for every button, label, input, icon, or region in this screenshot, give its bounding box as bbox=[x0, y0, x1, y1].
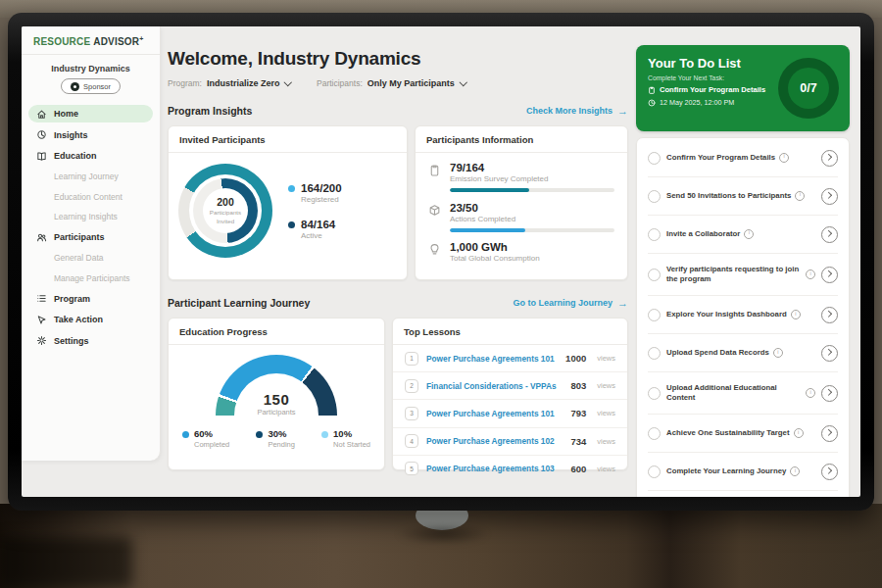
participants-filter-dropdown[interactable]: Participants: Only My Participants bbox=[317, 78, 466, 88]
legend-value: 84/164 bbox=[301, 219, 335, 230]
filter-bar: Program: Industrialize Zero Participants… bbox=[168, 78, 628, 88]
metric-value: 23/50 bbox=[450, 202, 614, 214]
task-label: Achieve One Sustainability Target bbox=[666, 428, 790, 439]
task-row: Complete Your Learning Journey bbox=[648, 453, 838, 491]
info-icon[interactable] bbox=[790, 466, 800, 476]
lesson-rank: 1 bbox=[405, 352, 418, 366]
task-row: Upload Additional Educational Content bbox=[648, 372, 838, 415]
logo-primary: RESOURCE bbox=[33, 36, 90, 47]
info-icon[interactable] bbox=[744, 229, 754, 239]
sidebar-item-label: Insights bbox=[54, 130, 88, 140]
gauge-legend: 60% Completed 30% Pending bbox=[169, 416, 384, 449]
metric-value: 1,000 GWh bbox=[450, 241, 540, 253]
learning-journey-heading: Participant Learning Journey bbox=[168, 297, 310, 309]
sidebar-item-learning-insights[interactable]: Learning Insights bbox=[28, 209, 153, 225]
legend-value: 10% bbox=[333, 428, 370, 439]
lesson-rank: 3 bbox=[405, 407, 418, 420]
info-icon[interactable] bbox=[791, 310, 801, 319]
main-content: Welcome, Industry Dynamics Program: Indu… bbox=[168, 26, 628, 495]
task-checkbox[interactable] bbox=[648, 190, 661, 203]
task-open-button[interactable] bbox=[821, 464, 838, 480]
list-icon bbox=[36, 293, 47, 304]
lesson-link[interactable]: Power Purchase Agreements 102 bbox=[426, 436, 563, 446]
info-icon[interactable] bbox=[806, 388, 815, 398]
app-logo: RESOURCEADVISOR+ bbox=[22, 26, 160, 55]
chevron-down-icon bbox=[460, 78, 467, 86]
sidebar: RESOURCEADVISOR+ Industry Dynamics Spons… bbox=[22, 26, 161, 461]
todo-hero-card: Your To Do List Complete Your Next Task:… bbox=[636, 45, 850, 131]
task-checkbox[interactable] bbox=[648, 309, 661, 321]
metric-label: Actions Completed bbox=[450, 215, 614, 223]
sidebar-item-insights[interactable]: Insights bbox=[28, 126, 153, 144]
sidebar-item-label: Participants bbox=[54, 232, 105, 242]
sponsor-badge[interactable]: Sponsor bbox=[61, 78, 121, 94]
todo-tasks-card: Confirm Your Program Details Send 50 Inv… bbox=[636, 137, 850, 497]
task-row: Explore Your Insights Dashboard bbox=[648, 296, 838, 334]
lesson-link[interactable]: Financial Considerations - VPPAs bbox=[426, 381, 563, 391]
info-icon[interactable] bbox=[779, 153, 789, 163]
gear-icon bbox=[36, 335, 47, 346]
todo-next-task[interactable]: Confirm Your Program Details bbox=[660, 85, 765, 94]
lesson-link[interactable]: Power Purchase Agreements 101 bbox=[426, 354, 558, 364]
cube-icon bbox=[428, 204, 441, 217]
gauge-center-value: 150 bbox=[216, 391, 337, 408]
info-icon[interactable] bbox=[795, 191, 805, 201]
sidebar-item-education-content[interactable]: Education Content bbox=[28, 188, 153, 205]
sponsor-icon bbox=[71, 82, 79, 91]
sponsor-label: Sponsor bbox=[83, 82, 111, 91]
task-open-button[interactable] bbox=[821, 150, 838, 167]
task-checkbox[interactable] bbox=[648, 228, 661, 241]
collapse-tasks-link[interactable]: Collapse Tasks bbox=[648, 491, 838, 497]
task-open-button[interactable] bbox=[821, 188, 838, 205]
scene: RESOURCEADVISOR+ Industry Dynamics Spons… bbox=[0, 0, 882, 588]
task-checkbox[interactable] bbox=[648, 269, 661, 281]
task-checkbox[interactable] bbox=[648, 387, 661, 400]
sidebar-item-manage-participants[interactable]: Manage Participants bbox=[28, 270, 153, 286]
sidebar-item-learning-journey[interactable]: Learning Journey bbox=[28, 169, 153, 185]
lesson-views-suffix: views bbox=[597, 381, 615, 390]
metric-value: 79/164 bbox=[450, 162, 614, 173]
task-open-button[interactable] bbox=[821, 385, 838, 402]
info-icon[interactable] bbox=[794, 428, 804, 438]
participants-filter-value: Only My Participants bbox=[368, 78, 455, 88]
card-title: Top Lessons bbox=[393, 318, 627, 345]
task-open-button[interactable] bbox=[821, 345, 838, 362]
home-icon bbox=[36, 109, 47, 120]
task-label: Confirm Your Program Details bbox=[666, 153, 775, 164]
sidebar-item-settings[interactable]: Settings bbox=[28, 332, 153, 350]
sidebar-item-education[interactable]: Education bbox=[28, 147, 153, 165]
task-checkbox[interactable] bbox=[648, 427, 661, 440]
task-checkbox[interactable] bbox=[648, 347, 661, 360]
lesson-row: 5 Power Purchase Agreements 103 600 view… bbox=[393, 456, 627, 482]
legend-dot bbox=[288, 185, 295, 192]
go-to-learning-journey-link[interactable]: Go to Learning Journey → bbox=[513, 298, 628, 309]
participants-filter-label: Participants: bbox=[317, 78, 363, 88]
sidebar-item-participants[interactable]: Participants bbox=[28, 228, 153, 246]
task-open-button[interactable] bbox=[821, 307, 838, 323]
book-icon bbox=[36, 151, 47, 162]
task-open-button[interactable] bbox=[821, 425, 838, 442]
info-icon[interactable] bbox=[773, 348, 783, 358]
sidebar-item-take-action[interactable]: Take Action bbox=[28, 311, 153, 328]
insights-icon bbox=[36, 129, 47, 140]
chevron-down-icon bbox=[284, 78, 292, 86]
sidebar-item-home[interactable]: Home bbox=[28, 105, 153, 122]
lesson-link[interactable]: Power Purchase Agreements 103 bbox=[426, 464, 563, 473]
task-row: Send 50 Invitations to Participants bbox=[648, 177, 838, 216]
check-more-insights-link[interactable]: Check More Insights → bbox=[526, 106, 628, 117]
sidebar-item-program[interactable]: Program bbox=[28, 290, 153, 308]
task-open-button[interactable] bbox=[821, 267, 838, 283]
task-checkbox[interactable] bbox=[648, 152, 661, 165]
info-icon[interactable] bbox=[806, 270, 815, 279]
todo-due-date: 12 May 2025, 12:00 PM bbox=[660, 98, 734, 107]
legend-label: Completed bbox=[194, 440, 229, 449]
task-open-button[interactable] bbox=[821, 226, 838, 243]
sidebar-item-general-data[interactable]: General Data bbox=[28, 250, 153, 267]
task-label: Invite a Collaborator bbox=[666, 229, 740, 240]
sidebar-item-label: Take Action bbox=[54, 315, 103, 324]
todo-panel: Your To Do List Complete Your Next Task:… bbox=[636, 45, 850, 497]
lesson-row: 1 Power Purchase Agreements 101 1000 vie… bbox=[393, 345, 627, 372]
program-filter-dropdown[interactable]: Program: Industrialize Zero bbox=[168, 78, 291, 88]
task-checkbox[interactable] bbox=[648, 466, 661, 478]
lesson-link[interactable]: Power Purchase Agreements 101 bbox=[426, 409, 563, 418]
